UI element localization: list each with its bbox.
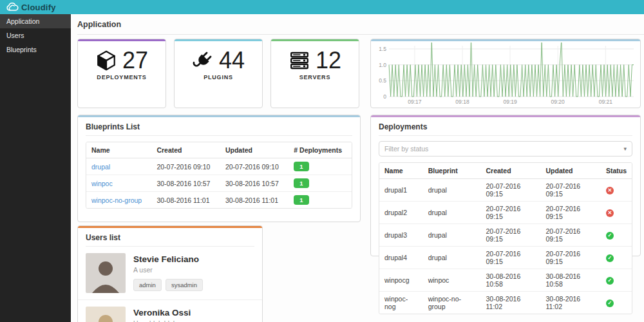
card-accent bbox=[271, 39, 359, 41]
cell-status: ✓ bbox=[601, 292, 632, 314]
status-error-icon: ✕ bbox=[606, 187, 614, 194]
deployments-panel: Deployments Filter by status ▾ NameBluep… bbox=[370, 115, 641, 256]
cell-status: ✓ bbox=[601, 224, 632, 247]
deployments-panel-title: Deployments bbox=[371, 117, 640, 135]
main-content: Application 27 DEPLOYMENTS bbox=[71, 14, 644, 322]
deployment-count-badge: 1 bbox=[294, 195, 308, 205]
card-accent bbox=[175, 39, 262, 41]
user-list-item: Stevie FelicianoA useradminsysadmin bbox=[78, 247, 262, 300]
stat-card-plugins: 44 PLUGINS bbox=[174, 39, 263, 108]
cell-updated: 20-07-2016 09:10 bbox=[220, 158, 289, 175]
status-filter-dropdown[interactable]: Filter by status ▾ bbox=[379, 141, 632, 156]
sidebar-item-application[interactable]: Application bbox=[0, 14, 71, 28]
column-header: Created bbox=[481, 163, 541, 179]
cell-name: winpoc-no-group bbox=[86, 192, 151, 209]
plugins-count: 44 bbox=[219, 49, 245, 72]
svg-text:0: 0 bbox=[383, 93, 386, 100]
cell-created: 30-08-2016 11:01 bbox=[151, 192, 220, 209]
column-header: Updated bbox=[220, 142, 289, 158]
cell-blueprint: winpoc-no-group bbox=[423, 292, 481, 314]
blueprints-table: NameCreatedUpdated# Deployments drupal20… bbox=[86, 142, 352, 209]
blueprints-panel: Blueprints List NameCreatedUpdated# Depl… bbox=[77, 115, 361, 222]
users-list: Stevie FelicianoA useradminsysadminVeron… bbox=[78, 247, 262, 322]
table-row: drupal2drupal20-07-2016 09:1520-07-2016 … bbox=[379, 202, 632, 224]
svg-text:09:18: 09:18 bbox=[455, 99, 469, 105]
cell-status: ✓ bbox=[601, 269, 632, 292]
column-header: Updated bbox=[541, 163, 601, 179]
cell-name: drupal2 bbox=[379, 202, 423, 224]
cell-deployments: 1 bbox=[289, 175, 352, 192]
title-divider bbox=[77, 34, 644, 35]
cell-updated: 30-08-2016 10:57 bbox=[220, 175, 289, 192]
cell-name: winpocg bbox=[379, 269, 423, 292]
cloudify-dashboard: { "header": { "brand": "Cloudify" }, "si… bbox=[0, 0, 644, 322]
role-tag: admin bbox=[133, 279, 162, 291]
role-tag: sysadmin bbox=[166, 279, 203, 291]
cell-updated: 20-07-2016 09:15 bbox=[541, 202, 601, 224]
user-name: Stevie Feliciano bbox=[133, 254, 203, 264]
cell-updated: 30-08-2016 10:58 bbox=[541, 269, 601, 292]
user-tags: adminsysadmin bbox=[133, 279, 203, 291]
blueprint-link[interactable]: drupal bbox=[91, 163, 110, 171]
cell-updated: 20-07-2016 09:15 bbox=[541, 224, 601, 247]
table-row: winpoc-nogwinpoc-no-group30-08-2016 11:0… bbox=[379, 292, 632, 314]
svg-text:09:21: 09:21 bbox=[599, 99, 613, 105]
column-header: Name bbox=[379, 163, 423, 179]
user-info: Veronika OssiUser blah blaheditor bbox=[133, 307, 191, 322]
table-row: drupal3drupal20-07-2016 09:1520-07-2016 … bbox=[379, 224, 632, 247]
cell-created: 20-07-2016 09:10 bbox=[151, 158, 220, 175]
deployment-count-badge: 1 bbox=[294, 178, 308, 188]
svg-text:1.0: 1.0 bbox=[379, 62, 386, 68]
sidebar-item-blueprints[interactable]: Blueprints bbox=[0, 43, 71, 57]
cell-deployments: 1 bbox=[289, 158, 352, 175]
cell-name: winpoc bbox=[86, 175, 151, 192]
status-ok-icon: ✓ bbox=[606, 232, 614, 240]
cell-updated: 30-08-2016 11:02 bbox=[541, 292, 601, 314]
cell-name: drupal3 bbox=[379, 224, 423, 247]
column-header: Blueprint bbox=[423, 163, 481, 179]
cell-created: 30-08-2016 11:02 bbox=[481, 292, 541, 314]
cell-created: 20-07-2016 09:15 bbox=[481, 202, 541, 224]
table-row: drupal4drupal20-07-2016 09:1520-07-2016 … bbox=[379, 247, 632, 269]
cell-blueprint: drupal bbox=[423, 179, 481, 202]
blueprints-panel-title: Blueprints List bbox=[78, 117, 360, 135]
chevron-down-icon: ▾ bbox=[623, 146, 627, 152]
user-subtitle: User blah blah bbox=[133, 319, 191, 322]
cell-blueprint: drupal bbox=[423, 224, 481, 247]
avatar bbox=[86, 253, 126, 293]
filter-placeholder: Filter by status bbox=[384, 145, 428, 153]
svg-text:0.5: 0.5 bbox=[379, 77, 386, 84]
stat-label: PLUGINS bbox=[175, 74, 262, 80]
stat-card-servers: 12 SERVERS bbox=[270, 39, 359, 108]
sidebar-item-users[interactable]: Users bbox=[0, 28, 71, 43]
divider bbox=[86, 135, 352, 136]
brand-name: Cloudify bbox=[21, 3, 56, 12]
deployments-count: 27 bbox=[122, 49, 148, 72]
cube-icon bbox=[95, 50, 117, 71]
table-row: drupal20-07-2016 09:1020-07-2016 09:101 bbox=[86, 158, 352, 175]
deployment-count-badge: 1 bbox=[294, 162, 308, 171]
header-logo[interactable]: Cloudify bbox=[5, 3, 56, 12]
cell-status: ✕ bbox=[601, 202, 632, 224]
table-row: winpocgwinpoc30-08-2016 10:5830-08-2016 … bbox=[379, 269, 632, 292]
time-series-chart: 00.51.01.509:1709:1809:1909:2009:21 bbox=[371, 41, 640, 109]
page-title: Application bbox=[77, 20, 121, 29]
svg-text:09:20: 09:20 bbox=[551, 99, 565, 105]
sidebar-nav: ApplicationUsersBlueprints bbox=[0, 14, 71, 322]
cell-name: drupal4 bbox=[379, 247, 423, 269]
svg-text:09:17: 09:17 bbox=[408, 99, 422, 105]
users-panel: Users list Stevie FelicianoA useradminsy… bbox=[77, 225, 263, 322]
cell-deployments: 1 bbox=[289, 192, 352, 209]
table-row: drupal1drupal20-07-2016 09:1520-07-2016 … bbox=[379, 179, 632, 202]
cell-created: 20-07-2016 09:15 bbox=[481, 179, 541, 202]
cell-created: 20-07-2016 09:15 bbox=[481, 247, 541, 269]
user-subtitle: A user bbox=[133, 266, 203, 274]
cell-status: ✕ bbox=[601, 179, 632, 202]
blueprint-link[interactable]: winpoc bbox=[91, 180, 113, 187]
cell-updated: 20-07-2016 09:15 bbox=[541, 247, 601, 269]
cell-created: 30-08-2016 10:57 bbox=[151, 175, 220, 192]
cell-updated: 30-08-2016 11:01 bbox=[220, 192, 289, 209]
cloud-logo-icon bbox=[5, 3, 19, 12]
card-accent bbox=[78, 39, 166, 41]
blueprint-link[interactable]: winpoc-no-group bbox=[91, 196, 142, 204]
